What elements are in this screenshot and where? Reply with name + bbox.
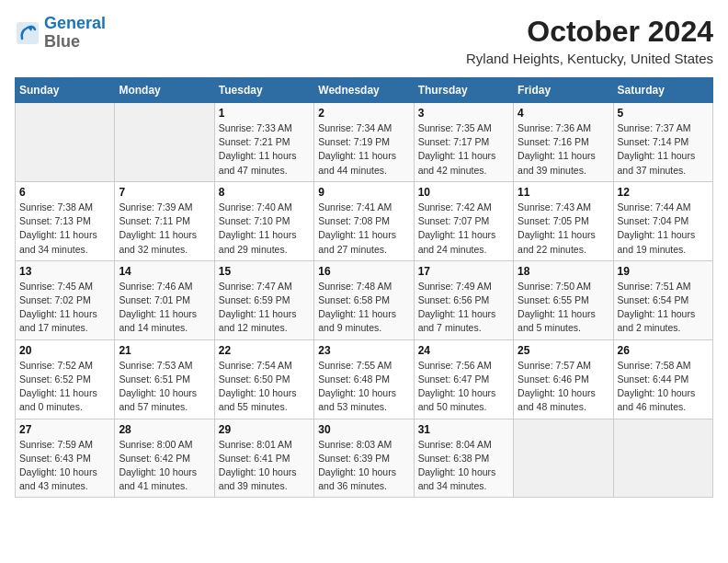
calendar-day-cell: 19Sunrise: 7:51 AM Sunset: 6:54 PM Dayli… [613,260,712,339]
calendar-header-row: SundayMondayTuesdayWednesdayThursdayFrid… [16,78,713,103]
day-number: 16 [318,265,409,278]
day-of-week-header: Sunday [16,78,115,103]
day-number: 17 [418,265,509,278]
calendar-day-cell: 13Sunrise: 7:45 AM Sunset: 7:02 PM Dayli… [16,260,115,339]
location: Ryland Heights, Kentucky, United States [466,51,713,66]
day-number: 9 [318,186,409,199]
day-number: 25 [518,344,609,357]
day-info: Sunrise: 7:58 AM Sunset: 6:44 PM Dayligh… [618,359,709,415]
day-number: 8 [219,186,310,199]
day-info: Sunrise: 7:34 AM Sunset: 7:19 PM Dayligh… [318,121,409,178]
day-number: 14 [119,265,210,278]
calendar-day-cell: 25Sunrise: 7:57 AM Sunset: 6:46 PM Dayli… [514,339,613,419]
day-number: 4 [518,107,609,120]
calendar-day-cell: 12Sunrise: 7:44 AM Sunset: 7:04 PM Dayli… [613,181,712,260]
day-info: Sunrise: 7:38 AM Sunset: 7:13 PM Dayligh… [19,201,110,257]
calendar-day-cell: 27Sunrise: 7:59 AM Sunset: 6:43 PM Dayli… [16,419,115,498]
day-number: 11 [518,186,609,199]
calendar-day-cell [514,419,613,498]
day-number: 12 [618,186,709,199]
day-info: Sunrise: 7:55 AM Sunset: 6:48 PM Dayligh… [318,359,409,415]
calendar-day-cell: 16Sunrise: 7:48 AM Sunset: 6:58 PM Dayli… [314,260,414,339]
calendar-week-row: 13Sunrise: 7:45 AM Sunset: 7:02 PM Dayli… [16,260,713,339]
calendar-day-cell: 29Sunrise: 8:01 AM Sunset: 6:41 PM Dayli… [214,419,313,498]
day-number: 5 [618,107,709,120]
day-info: Sunrise: 7:50 AM Sunset: 6:55 PM Dayligh… [518,280,609,336]
day-info: Sunrise: 7:41 AM Sunset: 7:08 PM Dayligh… [318,201,409,257]
calendar-day-cell: 15Sunrise: 7:47 AM Sunset: 6:59 PM Dayli… [214,260,313,339]
day-of-week-header: Saturday [613,78,712,103]
day-info: Sunrise: 7:33 AM Sunset: 7:21 PM Dayligh… [219,121,310,178]
calendar-week-row: 6Sunrise: 7:38 AM Sunset: 7:13 PM Daylig… [16,181,713,260]
day-info: Sunrise: 7:52 AM Sunset: 6:52 PM Dayligh… [19,359,110,415]
page-header: General Blue October 2024 Ryland Heights… [15,15,713,66]
calendar-day-cell: 20Sunrise: 7:52 AM Sunset: 6:52 PM Dayli… [16,339,115,419]
day-info: Sunrise: 8:03 AM Sunset: 6:39 PM Dayligh… [318,438,409,494]
day-number: 18 [518,265,609,278]
calendar-day-cell: 23Sunrise: 7:55 AM Sunset: 6:48 PM Dayli… [314,339,414,419]
day-info: Sunrise: 7:36 AM Sunset: 7:16 PM Dayligh… [518,121,609,178]
day-number: 31 [418,423,509,436]
calendar-day-cell: 7Sunrise: 7:39 AM Sunset: 7:11 PM Daylig… [115,181,214,260]
calendar-day-cell: 18Sunrise: 7:50 AM Sunset: 6:55 PM Dayli… [514,260,613,339]
day-number: 27 [19,423,110,436]
day-info: Sunrise: 7:37 AM Sunset: 7:14 PM Dayligh… [618,121,709,178]
day-number: 30 [318,423,409,436]
day-number: 22 [219,344,310,357]
day-number: 20 [19,344,110,357]
day-info: Sunrise: 7:53 AM Sunset: 6:51 PM Dayligh… [119,359,210,415]
day-number: 10 [418,186,509,199]
day-info: Sunrise: 7:39 AM Sunset: 7:11 PM Dayligh… [119,201,210,257]
day-number: 1 [219,107,310,120]
calendar-day-cell: 22Sunrise: 7:54 AM Sunset: 6:50 PM Dayli… [214,339,313,419]
day-info: Sunrise: 7:40 AM Sunset: 7:10 PM Dayligh… [219,201,310,257]
day-info: Sunrise: 8:04 AM Sunset: 6:38 PM Dayligh… [418,438,509,494]
calendar-day-cell: 26Sunrise: 7:58 AM Sunset: 6:44 PM Dayli… [613,339,712,419]
calendar-day-cell: 24Sunrise: 7:56 AM Sunset: 6:47 PM Dayli… [414,339,513,419]
day-info: Sunrise: 7:56 AM Sunset: 6:47 PM Dayligh… [418,359,509,415]
day-info: Sunrise: 7:46 AM Sunset: 7:01 PM Dayligh… [119,280,210,336]
day-of-week-header: Monday [115,78,214,103]
day-info: Sunrise: 7:51 AM Sunset: 6:54 PM Dayligh… [618,280,709,336]
calendar-day-cell: 4Sunrise: 7:36 AM Sunset: 7:16 PM Daylig… [514,103,613,182]
day-info: Sunrise: 8:00 AM Sunset: 6:42 PM Dayligh… [119,438,210,494]
calendar-day-cell: 21Sunrise: 7:53 AM Sunset: 6:51 PM Dayli… [115,339,214,419]
calendar-day-cell: 9Sunrise: 7:41 AM Sunset: 7:08 PM Daylig… [314,181,414,260]
day-info: Sunrise: 7:57 AM Sunset: 6:46 PM Dayligh… [518,359,609,415]
calendar-week-row: 27Sunrise: 7:59 AM Sunset: 6:43 PM Dayli… [16,419,713,498]
day-number: 24 [418,344,509,357]
month-title: October 2024 [466,15,713,49]
logo-text: General Blue [44,15,106,52]
day-info: Sunrise: 7:45 AM Sunset: 7:02 PM Dayligh… [19,280,110,336]
calendar-week-row: 1Sunrise: 7:33 AM Sunset: 7:21 PM Daylig… [16,103,713,182]
day-of-week-header: Tuesday [214,78,313,103]
calendar-day-cell: 6Sunrise: 7:38 AM Sunset: 7:13 PM Daylig… [16,181,115,260]
day-info: Sunrise: 7:59 AM Sunset: 6:43 PM Dayligh… [19,438,110,494]
day-info: Sunrise: 7:42 AM Sunset: 7:07 PM Dayligh… [418,201,509,257]
day-of-week-header: Thursday [414,78,513,103]
calendar-day-cell: 17Sunrise: 7:49 AM Sunset: 6:56 PM Dayli… [414,260,513,339]
calendar-day-cell: 31Sunrise: 8:04 AM Sunset: 6:38 PM Dayli… [414,419,513,498]
calendar-day-cell [115,103,214,182]
calendar-week-row: 20Sunrise: 7:52 AM Sunset: 6:52 PM Dayli… [16,339,713,419]
svg-rect-0 [17,22,39,44]
day-number: 26 [618,344,709,357]
calendar-day-cell: 3Sunrise: 7:35 AM Sunset: 7:17 PM Daylig… [414,103,513,182]
day-info: Sunrise: 8:01 AM Sunset: 6:41 PM Dayligh… [219,438,310,494]
day-number: 2 [318,107,409,120]
day-number: 19 [618,265,709,278]
calendar-day-cell: 30Sunrise: 8:03 AM Sunset: 6:39 PM Dayli… [314,419,414,498]
logo: General Blue [15,15,106,52]
day-number: 15 [219,265,310,278]
calendar-day-cell: 10Sunrise: 7:42 AM Sunset: 7:07 PM Dayli… [414,181,513,260]
day-number: 7 [119,186,210,199]
title-block: October 2024 Ryland Heights, Kentucky, U… [466,15,713,66]
calendar-day-cell [16,103,115,182]
calendar-table: SundayMondayTuesdayWednesdayThursdayFrid… [15,77,713,498]
day-number: 23 [318,344,409,357]
day-of-week-header: Friday [514,78,613,103]
calendar-day-cell: 2Sunrise: 7:34 AM Sunset: 7:19 PM Daylig… [314,103,414,182]
calendar-day-cell: 8Sunrise: 7:40 AM Sunset: 7:10 PM Daylig… [214,181,313,260]
day-number: 21 [119,344,210,357]
logo-icon [15,20,40,46]
